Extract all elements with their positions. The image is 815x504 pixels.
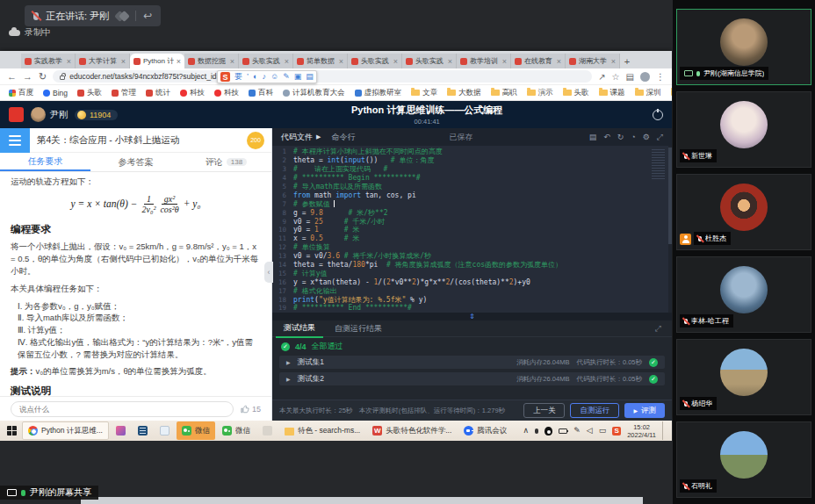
sogou-logo-icon[interactable]: S <box>220 72 230 82</box>
bookmark-item[interactable]: 科技 <box>180 88 205 98</box>
editor-scrollbar[interactable] <box>668 146 672 313</box>
share-page-icon[interactable]: ↗ <box>598 72 605 82</box>
user-avatar[interactable] <box>31 107 46 122</box>
test-set-row[interactable]: ▶测试集1消耗内存26.04MB代码执行时长：0.05秒✓ <box>279 356 665 369</box>
tab-code-file[interactable]: 代码文件 ▶ <box>281 132 321 143</box>
pen-settings-icon[interactable]: ✎ <box>573 427 581 435</box>
participant-tile[interactable]: 尹刚(湖南信息学院) <box>676 9 811 85</box>
tab-close-icon[interactable]: × <box>285 57 289 66</box>
sogou-tray-icon[interactable]: S <box>612 427 621 436</box>
taskbar-item-chrome[interactable]: Python 计算思维... <box>22 421 109 440</box>
reset-icon[interactable]: ↻ <box>617 133 624 142</box>
expand-icon[interactable]: ⤢ <box>657 133 663 142</box>
bookmark-item[interactable]: 计算机教育大会 <box>283 88 345 98</box>
bookmark-item[interactable]: 科技 <box>214 88 239 98</box>
star-bookmark-icon[interactable]: ☆ <box>612 72 620 82</box>
bookmark-item[interactable]: 头歌 <box>563 88 589 98</box>
browser-tab[interactable]: 教学培训× <box>457 54 511 68</box>
bookmark-item[interactable]: 百科 <box>249 88 273 98</box>
browser-tab[interactable]: 实践教学× <box>21 54 76 68</box>
forward-button[interactable]: → <box>23 72 32 82</box>
browser-tab[interactable]: 简单数据× <box>293 54 348 68</box>
bookmark-item[interactable]: 大数据 <box>447 88 481 98</box>
expand-triangle-icon[interactable]: ▶ <box>286 376 291 382</box>
volume-icon[interactable]: ◁ <box>587 427 593 435</box>
tab-close-icon[interactable]: × <box>230 57 234 66</box>
back-button[interactable]: ← <box>7 72 17 82</box>
taskbar-item-notes[interactable] <box>155 421 175 440</box>
sogou-chinese-mode-icon[interactable]: 要 <box>234 73 242 81</box>
tab-reference-answer[interactable]: 参考答案 <box>90 153 181 171</box>
tab-close-icon[interactable]: × <box>393 57 398 66</box>
hamburger-menu-icon[interactable] <box>0 128 30 153</box>
code-line[interactable]: # 计算y值 <box>293 269 327 278</box>
bookmark-item[interactable]: 课题 <box>599 88 625 98</box>
sogou-punctuation-icon[interactable]: ’ <box>247 73 249 81</box>
folder-icon[interactable]: ▤ <box>589 133 597 142</box>
code-line[interactable]: # ********** End **********# <box>293 304 412 312</box>
tab-close-icon[interactable]: × <box>557 57 561 66</box>
qq-icon[interactable] <box>545 427 552 436</box>
browser-tab[interactable]: 数据挖掘× <box>184 54 239 68</box>
bookmark-item[interactable]: 头歌 <box>77 88 102 98</box>
bookmark-item[interactable]: 文章 <box>411 88 437 98</box>
bookmark-item[interactable]: 演示 <box>527 88 553 98</box>
taskbar-clock[interactable]: 15:02 2022/4/11 <box>627 423 656 439</box>
participant-tile[interactable]: 杜胜杰 <box>676 174 811 250</box>
undo-icon[interactable]: ↶ <box>603 133 610 142</box>
participant-tile[interactable]: 杨绍华 <box>676 339 811 415</box>
expand-results-icon[interactable]: ⤢ <box>655 324 668 334</box>
reload-button[interactable]: ↻ <box>39 72 47 82</box>
gear-icon[interactable]: ⚙ <box>643 133 650 142</box>
browser-tab[interactable]: 在线教育× <box>511 54 566 68</box>
history-icon[interactable]: ◔ <box>631 133 635 142</box>
user-name[interactable]: 尹刚 <box>50 109 68 121</box>
bookmark-item[interactable]: 虚拟教研室 <box>355 88 402 98</box>
browser-tab[interactable]: 头歌实践× <box>348 54 402 68</box>
collapse-panel-handle[interactable]: ‹ <box>264 262 273 283</box>
expand-triangle-icon[interactable]: ▶ <box>286 359 291 365</box>
display-icon[interactable]: ▭ <box>599 427 607 435</box>
sogou-skin-icon[interactable]: ▣ <box>294 73 302 81</box>
coin-balance[interactable]: 11904 <box>75 110 118 120</box>
bookmark-item[interactable]: 统计 <box>146 88 170 98</box>
tab-close-icon[interactable]: × <box>611 57 616 66</box>
code-line[interactable]: print("y值计算结果为: %.5f米" % y) <box>293 295 427 305</box>
task-content[interactable]: 运动的轨迹方程如下： y = x × tan(θ) − 1 2v₀² gx² c… <box>0 172 271 396</box>
code-editor[interactable]: 1# 本程序计算小球向上斜抛在不同时间点的高度2theta = int(inpu… <box>272 146 672 313</box>
sogou-emoji-icon[interactable]: ☺ <box>270 73 278 81</box>
tab-test-results[interactable]: 测试结果 <box>276 320 323 338</box>
participant-tile[interactable]: 李林-哈工程 <box>676 256 811 333</box>
browser-tab[interactable]: 大学计算× <box>76 54 130 68</box>
code-line[interactable]: theta = theta/180*pi # 将角度换算成弧度（注意cos函数的… <box>293 260 562 270</box>
address-bar[interactable]: educoder.net/tasks/94ncxbzf875t?subject_… <box>53 70 592 83</box>
taskbar-item-pen[interactable] <box>257 421 278 440</box>
bookmark-item[interactable]: 华为AI <box>671 88 672 98</box>
taskbar-item-wechat[interactable]: 微信 <box>177 421 215 440</box>
tab-comments[interactable]: 评论 138 <box>181 153 271 171</box>
tab-close-icon[interactable]: × <box>177 57 181 66</box>
code-line[interactable]: # 导入math库以及所需函数 <box>293 182 382 191</box>
taskbar-item-wechat[interactable]: 微信 <box>217 421 256 440</box>
sogou-keyboard-icon[interactable]: ▤ <box>306 73 314 81</box>
tray-chevron-up-icon[interactable]: ∧ <box>523 427 530 435</box>
tab-close-icon[interactable]: × <box>67 57 71 66</box>
reading-list-icon[interactable]: ▤ <box>626 72 634 82</box>
tab-close-icon[interactable]: × <box>448 57 452 66</box>
code-line[interactable]: y = x*tan(theta) - 1/(2*v0**2)*g*x**2/(c… <box>293 278 530 286</box>
participant-tile[interactable]: 新世琳 <box>676 91 811 168</box>
tab-close-icon[interactable]: × <box>502 57 507 66</box>
run-dropdown-icon[interactable]: ▶ <box>316 133 321 140</box>
browser-tab[interactable]: 头歌实践× <box>402 54 457 68</box>
sogou-handwriting-icon[interactable]: ✎ <box>283 73 290 81</box>
tray-mic-icon[interactable] <box>535 428 538 434</box>
browser-tab[interactable]: 湖南大学× <box>566 54 620 68</box>
test-set-row[interactable]: ▶测试集2消耗内存26.04MB代码执行时长：0.05秒✓ <box>279 372 665 385</box>
tab-command-line[interactable]: 命令行 <box>331 132 355 143</box>
evaluate-button[interactable]: ▶ 评测 <box>624 403 665 418</box>
bookmark-item[interactable]: 百度 <box>9 88 33 98</box>
new-tab-button[interactable]: + <box>620 54 634 68</box>
bookmark-item[interactable]: 管理 <box>112 88 136 98</box>
back-arrow-icon[interactable]: ↩ <box>143 10 152 22</box>
code-line[interactable]: # 请在上面实现代码 # <box>293 164 387 174</box>
